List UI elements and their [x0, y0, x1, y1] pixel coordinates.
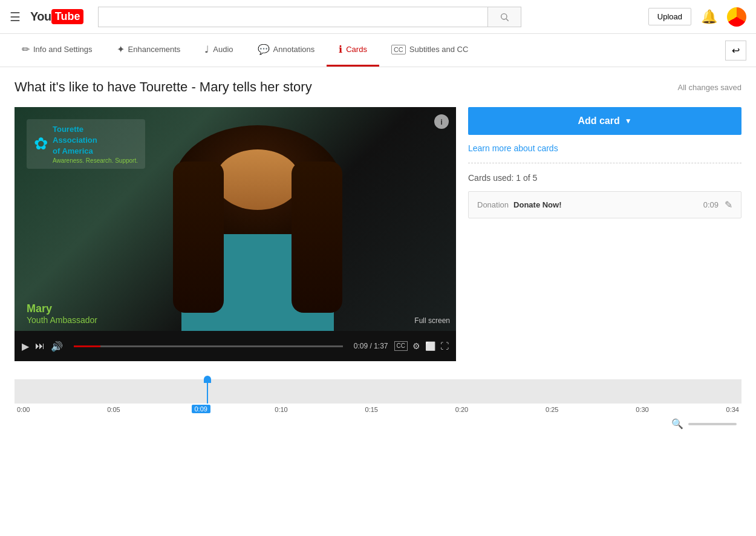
tab-info[interactable]: ✏ Info and Settings — [10, 34, 105, 67]
logo-you: You — [30, 10, 51, 24]
info-circle-icon: ℹ — [339, 44, 342, 55]
timeline-marker — [207, 379, 208, 404]
tab-info-label: Info and Settings — [33, 45, 93, 54]
timeline-label-7: 0:30 — [636, 406, 648, 413]
timeline-label-0: 0:00 — [17, 406, 30, 413]
settings-icon[interactable]: ⚙ — [412, 341, 420, 351]
tab-cards[interactable]: ℹ Cards — [327, 34, 379, 67]
fullscreen-label: Full screen — [414, 316, 450, 325]
cards-used: Cards used: 1 of 5 — [468, 173, 741, 183]
fullscreen-icon[interactable]: ⛶ — [440, 341, 449, 351]
video-info-icon[interactable]: i — [434, 114, 449, 129]
cc-control-icon[interactable]: CC — [394, 341, 408, 351]
divider — [468, 163, 741, 163]
card-item: Donation Donate Now! 0:09 ✎ — [468, 191, 741, 218]
search-bar — [98, 7, 521, 27]
bell-icon[interactable]: 🔔 — [701, 9, 717, 25]
card-type: Donation — [477, 200, 509, 209]
tab-enhancements[interactable]: ✦ Enhancements — [105, 34, 193, 67]
hamburger-icon[interactable]: ☰ — [10, 10, 21, 24]
youtube-logo[interactable]: You Tube — [30, 9, 83, 24]
zoom-out-icon[interactable]: 🔍 — [671, 418, 683, 430]
timeline-label-3: 0:10 — [275, 406, 287, 413]
video-section: ✿ Tourette Association of America Awaren… — [15, 107, 741, 361]
card-time: 0:09 — [703, 200, 719, 209]
cards-sidebar: Add card ▼ Learn more about cards Cards … — [468, 107, 741, 361]
video-title: What it's like to have Tourette - Mary t… — [15, 79, 312, 95]
video-controls: ▶ ⏭ 🔊 0:09 / 1:37 CC ⚙ ⬜ ⛶ — [15, 331, 456, 361]
tab-annotations[interactable]: 💬 Annotations — [246, 34, 327, 67]
search-button[interactable] — [487, 7, 521, 27]
card-edit-icon[interactable]: ✎ — [725, 199, 732, 211]
tab-subtitles-label: Subtitles and CC — [409, 45, 469, 54]
timeline-labels: 0:00 0:05 0:09 0:10 0:15 0:20 0:25 0:30 … — [15, 406, 741, 413]
video-overlay: ✿ Tourette Association of America Awaren… — [15, 107, 456, 361]
search-input[interactable] — [98, 7, 487, 27]
video-player: ✿ Tourette Association of America Awaren… — [15, 107, 456, 361]
timeline-label-8: 0:34 — [726, 406, 739, 413]
avatar[interactable] — [727, 7, 746, 27]
tourette-logo: ✿ Tourette Association of America Awaren… — [27, 119, 145, 169]
miniplayer-icon[interactable]: ⬜ — [425, 341, 435, 351]
video-background: ✿ Tourette Association of America Awaren… — [15, 107, 456, 331]
logo-tube: Tube — [51, 9, 84, 24]
tab-annotations-label: Annotations — [273, 45, 315, 54]
wand-icon: ✦ — [117, 44, 125, 55]
tab-audio-label: Audio — [213, 45, 233, 54]
progress-bar[interactable] — [74, 345, 343, 347]
pencil-icon: ✏ — [22, 44, 30, 55]
timeline-current-label: 0:09 — [192, 405, 210, 413]
card-item-left: Donation Donate Now! — [477, 200, 562, 209]
back-button[interactable]: ↩ — [725, 41, 746, 60]
add-card-label: Add card — [578, 116, 619, 126]
svg-line-1 — [506, 19, 509, 21]
card-label: Donate Now! — [513, 200, 561, 209]
tab-bar: ✏ Info and Settings ✦ Enhancements ♩ Aud… — [0, 34, 756, 67]
add-card-button[interactable]: Add card ▼ — [468, 107, 741, 135]
progress-fill — [74, 345, 100, 347]
playback-controls: CC ⚙ ⬜ ⛶ — [394, 341, 449, 351]
person-title: Youth Ambassador — [27, 315, 97, 325]
header-right: Upload 🔔 — [648, 7, 746, 27]
person-name: Mary — [27, 302, 97, 315]
upload-button[interactable]: Upload — [648, 8, 691, 25]
dropdown-arrow-icon: ▼ — [625, 117, 632, 125]
timeline-label-4: 0:15 — [365, 406, 378, 413]
card-item-right: 0:09 ✎ — [703, 199, 732, 211]
timeline-track[interactable] — [15, 379, 741, 404]
tab-cards-label: Cards — [346, 45, 367, 54]
timeline-section: 0:00 0:05 0:09 0:10 0:15 0:20 0:25 0:30 … — [15, 379, 741, 430]
tab-audio[interactable]: ♩ Audio — [192, 34, 245, 67]
search-icon — [500, 12, 509, 22]
timeline-label-5: 0:20 — [455, 406, 468, 413]
header: ☰ You Tube Upload 🔔 — [0, 0, 756, 34]
tab-subtitles[interactable]: CC Subtitles and CC — [379, 35, 480, 66]
tourette-logo-text: Tourette Association of America — [53, 124, 138, 157]
music-icon: ♩ — [204, 44, 209, 55]
video-title-row: What it's like to have Tourette - Mary t… — [15, 79, 741, 95]
skip-button[interactable]: ⏭ — [35, 341, 45, 351]
timeline-bottom: 🔍 — [15, 418, 741, 430]
volume-button[interactable]: 🔊 — [51, 341, 63, 352]
svg-point-0 — [501, 13, 507, 19]
chat-icon: 💬 — [258, 44, 270, 55]
cc-icon: CC — [391, 45, 406, 54]
main-content: What it's like to have Tourette - Mary t… — [0, 67, 756, 442]
learn-more-link[interactable]: Learn more about cards — [468, 143, 741, 153]
all-changes-status: All changes saved — [677, 83, 741, 92]
time-display: 0:09 / 1:37 — [354, 342, 388, 350]
tab-enhancements-label: Enhancements — [128, 45, 181, 54]
timeline-label-1: 0:05 — [107, 406, 120, 413]
timeline-label-6: 0:25 — [546, 406, 558, 413]
tourette-logo-tagline: Awareness. Research. Support. — [53, 157, 138, 164]
play-button[interactable]: ▶ — [22, 341, 29, 352]
person-name-overlay: Mary Youth Ambassador — [27, 302, 97, 325]
zoom-slider[interactable] — [688, 423, 737, 425]
